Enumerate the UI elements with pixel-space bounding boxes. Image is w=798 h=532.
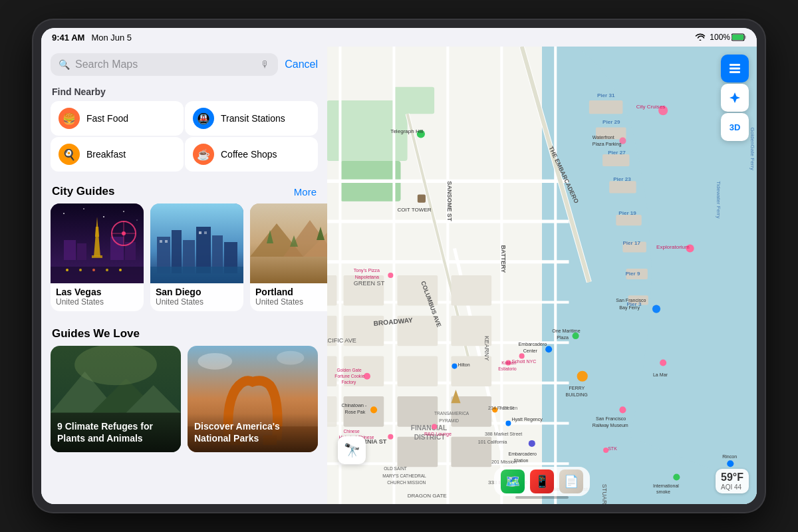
- svg-text:Waterfront: Waterfront: [593, 135, 614, 140]
- svg-marker-10: [95, 227, 99, 237]
- docs-dock-icon[interactable]: 📄: [559, 469, 583, 493]
- nearby-item-transit[interactable]: 🚇 Transit Stations: [185, 101, 318, 136]
- search-icon: 🔍: [59, 59, 70, 70]
- phone-dock-icon[interactable]: 📱: [530, 469, 554, 493]
- sandiego-name: San Diego: [156, 287, 238, 297]
- maps-dock-icon[interactable]: 🗺️: [501, 469, 525, 493]
- nearby-item-fast-food[interactable]: 🍔 Fast Food: [51, 101, 184, 136]
- svg-text:STK: STK: [608, 446, 617, 452]
- transit-icon: 🚇: [193, 108, 214, 129]
- search-bar[interactable]: 🔍 Search Maps 🎙: [51, 53, 278, 76]
- svg-text:FINANCIAL: FINANCIAL: [411, 424, 447, 432]
- svg-rect-30: [196, 227, 211, 273]
- ipad-frame: 9:41 AM Mon Jun 5 100%: [33, 20, 765, 512]
- svg-text:Napoletana: Napoletana: [355, 275, 379, 280]
- svg-rect-34: [160, 240, 162, 243]
- vegas-name: Las Vegas: [56, 287, 138, 297]
- svg-text:Telegraph Hill: Telegraph Hill: [390, 128, 423, 134]
- svg-rect-78: [589, 100, 623, 114]
- svg-point-137: [660, 359, 666, 366]
- svg-rect-103: [327, 396, 336, 427]
- svg-rect-209: [730, 71, 740, 73]
- portland-country: United States: [255, 297, 327, 307]
- svg-text:OLD SAINT: OLD SAINT: [384, 466, 407, 471]
- svg-text:CHURCH MISSION: CHURCH MISSION: [387, 480, 426, 485]
- svg-point-132: [652, 305, 660, 313]
- national-parks-guide-card[interactable]: Discover America's National Parks: [188, 346, 318, 452]
- svg-point-25: [119, 269, 122, 271]
- climate-guide-text: 9 Climate Refuges for Plants and Animals: [51, 414, 181, 452]
- svg-rect-11: [92, 255, 102, 258]
- svg-text:Pier 31: Pier 31: [597, 92, 615, 98]
- svg-text:201 Mission: 201 Mission: [491, 460, 517, 465]
- city-guides-title: City Guides: [52, 185, 114, 198]
- svg-point-154: [505, 421, 511, 426]
- climate-guide-card[interactable]: 9 Climate Refuges for Plants and Animals: [51, 346, 181, 452]
- city-guides-scroll: Las Vegas United States: [41, 203, 327, 321]
- svg-text:Fortune Cookie: Fortune Cookie: [334, 374, 364, 378]
- svg-text:Pier 27: Pier 27: [608, 150, 626, 156]
- city-guides-more[interactable]: More: [294, 186, 317, 198]
- svg-text:BATTERY: BATTERY: [500, 245, 507, 273]
- svg-text:R&G Lounge: R&G Lounge: [424, 432, 452, 437]
- status-time: 9:41 AM: [52, 33, 84, 43]
- svg-text:234 Front St: 234 Front St: [488, 406, 514, 411]
- svg-text:Rincon: Rincon: [722, 454, 737, 460]
- svg-text:One Maritime: One Maritime: [552, 329, 581, 334]
- parks-guide-text: Discover America's National Parks: [188, 414, 318, 452]
- coffee-label: Coffee Shops: [221, 149, 277, 160]
- city-guides-header: City Guides More: [41, 178, 327, 203]
- map-area[interactable]: BROADWAY COLUMBUS AVE THE EMBARCADERO CA…: [327, 47, 757, 504]
- svg-point-6: [103, 216, 104, 217]
- svg-text:Railway Museum: Railway Museum: [593, 423, 628, 428]
- svg-text:SANSOME ST: SANSOME ST: [446, 181, 453, 221]
- find-nearby-label: Find Nearby: [41, 81, 327, 101]
- svg-text:San Francisco: San Francisco: [596, 416, 626, 422]
- svg-text:Pier 17: Pier 17: [622, 240, 640, 246]
- svg-text:GREEN ST: GREEN ST: [354, 280, 385, 287]
- 3d-button[interactable]: 3D: [721, 113, 749, 141]
- nearby-item-breakfast[interactable]: 🍳 Breakfast: [51, 137, 184, 172]
- city-card-vegas[interactable]: Las Vegas United States: [51, 203, 144, 311]
- svg-text:International: International: [653, 483, 679, 489]
- city-card-sandiego[interactable]: San Diego United States: [150, 203, 243, 311]
- svg-rect-36: [199, 231, 201, 234]
- svg-point-8: [136, 219, 138, 221]
- svg-text:Hyatt Regency: Hyatt Regency: [511, 417, 543, 422]
- nearby-item-coffee[interactable]: ☕ Coffee Shops: [185, 137, 318, 172]
- svg-rect-2: [745, 36, 746, 39]
- guides-grid: 9 Climate Refuges for Plants and Animals: [41, 346, 327, 462]
- svg-point-49: [74, 346, 157, 385]
- aqi: AQI 44: [721, 483, 743, 491]
- search-placeholder: Search Maps: [75, 59, 255, 70]
- svg-rect-99: [397, 396, 438, 427]
- svg-text:Tony's Pizza: Tony's Pizza: [354, 268, 380, 273]
- svg-text:BUILDING: BUILDING: [565, 392, 587, 398]
- cancel-button[interactable]: Cancel: [285, 59, 318, 70]
- look-around-button[interactable]: 🔭: [338, 436, 366, 464]
- nearby-grid: 🍔 Fast Food 🚇 Transit Stations: [41, 101, 327, 178]
- svg-text:PACIFIC AVE: PACIFIC AVE: [327, 337, 356, 344]
- status-date: Mon Jun 5: [91, 33, 132, 43]
- map-layers-button[interactable]: [721, 55, 749, 82]
- svg-point-4: [63, 213, 65, 214]
- svg-point-54: [277, 351, 304, 365]
- location-button[interactable]: [721, 84, 749, 112]
- svg-text:Embarcadero: Embarcadero: [508, 452, 537, 457]
- guides-love-header: Guides We Love: [41, 321, 327, 346]
- dock-bar: 🗺️ 📱 📄: [494, 467, 590, 496]
- sidebar-panel: 🔍 Search Maps 🎙 Cancel Find Nearby 🍔: [41, 47, 327, 504]
- svg-text:TRANSAMERICA: TRANSAMERICA: [434, 411, 469, 416]
- svg-point-200: [727, 460, 733, 467]
- map-controls: 3D: [721, 55, 749, 141]
- svg-rect-33: [150, 267, 243, 283]
- svg-text:Pier 23: Pier 23: [613, 176, 631, 182]
- svg-text:Chinese: Chinese: [344, 429, 360, 434]
- svg-point-129: [577, 371, 588, 382]
- city-card-portland[interactable]: Portland United States: [250, 203, 327, 311]
- svg-text:FERRY: FERRY: [569, 386, 585, 391]
- svg-point-24: [106, 269, 108, 271]
- microphone-icon[interactable]: 🎙: [261, 59, 270, 70]
- svg-rect-81: [609, 181, 636, 193]
- svg-point-189: [388, 434, 393, 440]
